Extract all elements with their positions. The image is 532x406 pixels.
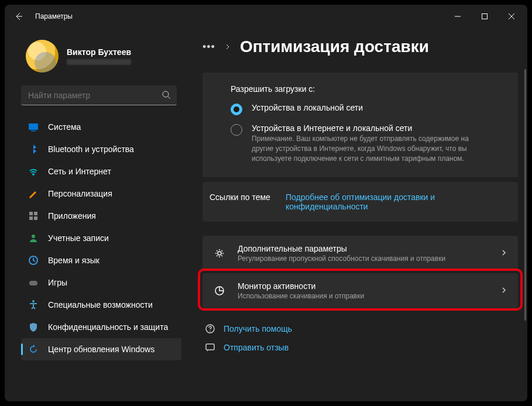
scrollbar[interactable] [524, 69, 526, 321]
svg-rect-16 [206, 344, 214, 350]
chart-icon [213, 284, 226, 297]
close-icon [509, 13, 514, 19]
card-title: Дополнительные параметры [238, 244, 489, 253]
panel-label: Разрешить загрузки с: [231, 84, 490, 94]
card-subtitle: Регулирование пропускной способности ска… [238, 254, 489, 263]
foot-link-label: Отправить отзыв [224, 343, 289, 352]
radio-label: Устройства в локальной сети [252, 103, 363, 112]
search-icon [162, 90, 171, 102]
foot-link-label: Получить помощь [224, 324, 292, 333]
radio-label: Устройства в Интернете и локальной сети [252, 123, 490, 133]
titlebar: Параметры [5, 5, 527, 28]
clock-icon [28, 255, 39, 266]
nav-item-label: Специальные возможности [48, 300, 153, 309]
chevron-right-icon [500, 248, 507, 259]
nav-item-wifi[interactable]: Сеть и Интернет [21, 160, 181, 183]
nav-item-label: Центр обновления Windows [48, 345, 155, 354]
breadcrumb-more-button[interactable]: ••• [202, 41, 215, 53]
help-icon [205, 324, 215, 334]
paint-icon [28, 188, 39, 199]
nav-item-label: Персонализация [48, 189, 112, 198]
nav-item-gamepad[interactable]: Игры [21, 271, 181, 294]
avatar [26, 40, 59, 73]
svg-rect-6 [29, 216, 33, 220]
profile-email-redacted [67, 59, 131, 65]
profile-block[interactable]: Виктор Бухтеев [21, 33, 181, 82]
radio-note: Примечание. Ваш компьютер не будет отпра… [252, 134, 490, 163]
system-icon [28, 122, 39, 132]
minimize-icon [455, 13, 461, 19]
related-links-row: Ссылки по теме Подробнее об оптимизации … [202, 182, 518, 222]
card-title: Монитор активности [238, 281, 489, 291]
radio-option[interactable]: Устройства в локальной сети [231, 103, 490, 115]
chevron-right-icon [225, 42, 231, 52]
help-link[interactable]: Получить помощь [205, 324, 518, 334]
nav-item-label: Конфиденциальность и защита [48, 322, 168, 332]
svg-rect-0 [482, 14, 488, 19]
nav-item-label: Система [48, 122, 81, 132]
card-subtitle: Использование скачивания и отправки [238, 292, 489, 300]
search-box[interactable] [21, 85, 177, 105]
main-content: ••• Оптимизация доставки Разрешить загру… [186, 28, 527, 401]
svg-rect-10 [29, 281, 37, 285]
footer-links: Получить помощьОтправить отзыв [202, 324, 518, 353]
svg-point-12 [218, 252, 221, 255]
apps-icon [28, 211, 39, 221]
wifi-icon [28, 166, 39, 177]
profile-name: Виктор Бухтеев [67, 47, 131, 57]
gamepad-icon [28, 277, 39, 288]
advanced-options-card[interactable]: Дополнительные параметрыРегулирование пр… [202, 236, 518, 271]
svg-rect-2 [29, 123, 38, 130]
nav-item-shield[interactable]: Конфиденциальность и защита [21, 316, 181, 338]
svg-rect-4 [29, 212, 33, 215]
nav-item-system[interactable]: Система [21, 116, 181, 138]
svg-rect-3 [31, 130, 36, 132]
nav-item-user[interactable]: Учетные записи [21, 227, 181, 249]
app-title: Параметры [35, 12, 73, 20]
gear-icon [213, 247, 226, 260]
feedback-link[interactable]: Отправить отзыв [205, 342, 518, 353]
nav-item-bluetooth[interactable]: Bluetooth и устройства [21, 138, 181, 160]
nav-item-update[interactable]: Центр обновления Windows [21, 338, 181, 360]
close-button[interactable] [498, 5, 525, 28]
activity-monitor-card[interactable]: Монитор активностиИспользование скачиван… [202, 273, 518, 308]
minimize-button[interactable] [444, 5, 471, 28]
accessibility-icon [28, 300, 39, 310]
feedback-icon [205, 342, 215, 353]
nav-item-label: Время и язык [48, 256, 99, 265]
breadcrumb: ••• Оптимизация доставки [202, 33, 518, 61]
maximize-icon [482, 13, 488, 19]
nav-item-paint[interactable]: Персонализация [21, 183, 181, 205]
chevron-right-icon [500, 285, 507, 296]
allow-downloads-panel: Разрешить загрузки с: Устройства в локал… [202, 73, 518, 177]
related-link[interactable]: Подробнее об оптимизации доставки и конф… [286, 192, 461, 211]
nav-list: СистемаBluetooth и устройстваСеть и Инте… [21, 112, 181, 360]
search-input[interactable] [21, 85, 177, 105]
nav-item-accessibility[interactable]: Специальные возможности [21, 294, 181, 316]
radio-option[interactable]: Устройства в Интернете и локальной сетиП… [231, 123, 490, 163]
radio-button[interactable] [231, 104, 242, 115]
nav-item-clock[interactable]: Время и язык [21, 249, 181, 271]
user-icon [28, 233, 39, 243]
svg-rect-7 [34, 216, 37, 220]
related-links-label: Ссылки по теме [210, 192, 274, 211]
back-button[interactable] [7, 5, 30, 28]
svg-point-1 [163, 91, 169, 97]
svg-point-8 [32, 235, 35, 238]
nav-item-label: Сеть и Интернет [48, 167, 111, 176]
svg-rect-5 [34, 212, 37, 215]
nav-item-label: Bluetooth и устройства [48, 144, 134, 154]
svg-point-15 [210, 331, 211, 332]
update-icon [28, 344, 39, 355]
maximize-button[interactable] [471, 5, 498, 28]
sidebar: Виктор Бухтеев СистемаBluetooth и устрой… [5, 28, 186, 401]
nav-item-label: Игры [48, 278, 67, 287]
settings-window: Параметры Виктор Бухтеев СистемаBluetoot… [5, 5, 527, 401]
radio-button[interactable] [231, 124, 242, 136]
nav-item-apps[interactable]: Приложения [21, 205, 181, 227]
shield-icon [28, 322, 39, 332]
arrow-left-icon [14, 12, 23, 21]
nav-item-label: Приложения [48, 211, 96, 221]
bluetooth-icon [28, 144, 39, 154]
page-title: Оптимизация доставки [240, 37, 429, 56]
